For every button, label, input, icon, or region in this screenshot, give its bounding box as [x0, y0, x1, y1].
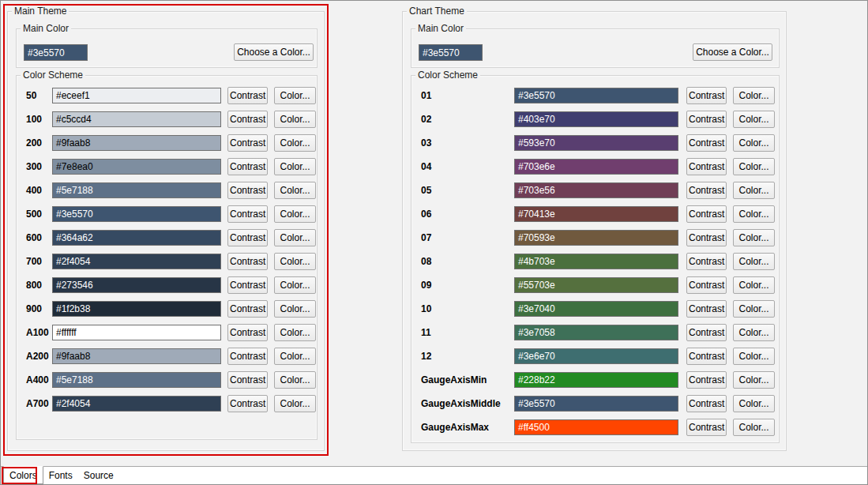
color-value-field[interactable]: #703e56 [514, 182, 678, 198]
color-row-label: A100 [26, 327, 52, 338]
color-hex-value: #3e7058 [518, 327, 555, 338]
color-value-field[interactable]: #228b22 [514, 372, 678, 388]
color-value-field[interactable]: #7e8ea0 [52, 159, 221, 175]
color-button[interactable]: Color... [274, 253, 316, 270]
color-button[interactable]: Color... [274, 87, 316, 104]
color-value-field[interactable]: #5e7188 [52, 182, 221, 198]
color-button[interactable]: Color... [733, 300, 775, 318]
color-button[interactable]: Color... [274, 371, 316, 389]
contrast-button[interactable]: Contrast [686, 87, 727, 104]
color-value-field[interactable]: #ffffff [52, 325, 221, 340]
choose-color-button[interactable]: Choose a Color... [693, 43, 772, 61]
color-value-field[interactable]: #c5ccd4 [52, 111, 221, 127]
color-button[interactable]: Color... [733, 276, 775, 294]
color-button[interactable]: Color... [274, 276, 316, 294]
color-value-field[interactable]: #70593e [514, 230, 678, 246]
contrast-button[interactable]: Contrast [686, 419, 727, 436]
color-button[interactable]: Color... [733, 111, 775, 128]
contrast-button[interactable]: Contrast [686, 324, 727, 341]
color-value-field[interactable]: #403e70 [514, 111, 678, 127]
color-value-field[interactable]: #3e6e70 [514, 348, 678, 364]
color-button[interactable]: Color... [733, 324, 775, 341]
contrast-button[interactable]: Contrast [227, 276, 268, 294]
choose-color-button[interactable]: Choose a Color... [234, 43, 314, 61]
color-button[interactable]: Color... [274, 205, 316, 223]
color-value-field[interactable]: #3e5570 [514, 88, 678, 103]
color-value-field[interactable]: #364a62 [52, 230, 221, 246]
contrast-button[interactable]: Contrast [686, 276, 727, 294]
contrast-button[interactable]: Contrast [227, 205, 268, 223]
color-button[interactable]: Color... [274, 395, 316, 412]
contrast-button[interactable]: Contrast [227, 348, 268, 365]
color-value-field[interactable]: #3e7040 [514, 301, 678, 317]
color-button[interactable]: Color... [733, 348, 775, 365]
main-color-field[interactable]: #3e5570 [24, 44, 88, 61]
color-scheme-rows: 50#eceef1ContrastColor...100#c5ccd4Contr… [17, 84, 317, 415]
contrast-button[interactable]: Contrast [227, 134, 268, 152]
color-button[interactable]: Color... [733, 253, 775, 270]
color-value-field[interactable]: #2f4054 [52, 254, 221, 269]
contrast-button[interactable]: Contrast [686, 371, 727, 389]
contrast-button[interactable]: Contrast [686, 229, 727, 246]
contrast-button[interactable]: Contrast [227, 253, 268, 270]
contrast-button[interactable]: Contrast [686, 182, 727, 199]
tab-source[interactable]: Source [78, 467, 119, 484]
color-button[interactable]: Color... [733, 134, 775, 152]
contrast-button[interactable]: Contrast [227, 111, 268, 128]
contrast-button[interactable]: Contrast [686, 300, 727, 318]
color-button[interactable]: Color... [733, 87, 775, 104]
contrast-button[interactable]: Contrast [227, 395, 268, 412]
tab-fonts[interactable]: Fonts [43, 467, 78, 484]
color-value-field[interactable]: #5e7188 [52, 372, 221, 388]
color-value-field[interactable]: #eceef1 [52, 88, 221, 103]
contrast-button[interactable]: Contrast [227, 87, 268, 104]
contrast-button[interactable]: Contrast [686, 134, 727, 152]
color-value-field[interactable]: #2f4054 [52, 396, 221, 412]
color-value-field[interactable]: #3e7058 [514, 325, 678, 340]
contrast-button[interactable]: Contrast [227, 371, 268, 389]
color-button[interactable]: Color... [733, 182, 775, 199]
color-button[interactable]: Color... [733, 229, 775, 246]
main-color-field[interactable]: #3e5570 [419, 44, 483, 61]
contrast-button[interactable]: Contrast [227, 324, 268, 341]
contrast-button[interactable]: Contrast [686, 158, 727, 175]
contrast-button[interactable]: Contrast [227, 300, 268, 318]
color-button[interactable]: Color... [733, 205, 775, 223]
color-row-label: 03 [421, 137, 514, 149]
contrast-button[interactable]: Contrast [227, 229, 268, 246]
color-value-field[interactable]: #593e70 [514, 135, 678, 151]
color-button[interactable]: Color... [274, 158, 316, 175]
color-value-field[interactable]: #1f2b38 [52, 301, 221, 317]
color-button[interactable]: Color... [733, 371, 775, 389]
color-button[interactable]: Color... [274, 111, 316, 128]
color-button[interactable]: Color... [274, 324, 316, 341]
color-value-field[interactable]: #273546 [52, 277, 221, 293]
color-value-field[interactable]: #9faab8 [52, 135, 221, 151]
tab-colors[interactable]: Colors [3, 466, 43, 484]
color-button[interactable]: Color... [274, 182, 316, 199]
color-value-field[interactable]: #55703e [514, 277, 678, 293]
color-button[interactable]: Color... [733, 158, 775, 175]
contrast-button[interactable]: Contrast [686, 253, 727, 270]
color-value-field[interactable]: #703e6e [514, 159, 678, 175]
color-row-label: 11 [421, 327, 514, 338]
color-value-field[interactable]: #ff4500 [514, 419, 678, 435]
contrast-button[interactable]: Contrast [686, 348, 727, 365]
color-button[interactable]: Color... [274, 229, 316, 246]
color-button[interactable]: Color... [733, 419, 775, 436]
color-value-field[interactable]: #70413e [514, 206, 678, 222]
color-value-field[interactable]: #3e5570 [52, 206, 221, 222]
contrast-button[interactable]: Contrast [227, 182, 268, 199]
color-button[interactable]: Color... [733, 395, 775, 412]
contrast-button[interactable]: Contrast [227, 158, 268, 175]
color-row-label: 10 [421, 303, 514, 314]
color-button[interactable]: Color... [274, 348, 316, 365]
color-button[interactable]: Color... [274, 134, 316, 152]
color-value-field[interactable]: #3e5570 [514, 396, 678, 412]
contrast-button[interactable]: Contrast [686, 395, 727, 412]
contrast-button[interactable]: Contrast [686, 111, 727, 128]
color-value-field[interactable]: #4b703e [514, 254, 678, 269]
color-value-field[interactable]: #9faab8 [52, 348, 221, 364]
color-button[interactable]: Color... [274, 300, 316, 318]
contrast-button[interactable]: Contrast [686, 205, 727, 223]
